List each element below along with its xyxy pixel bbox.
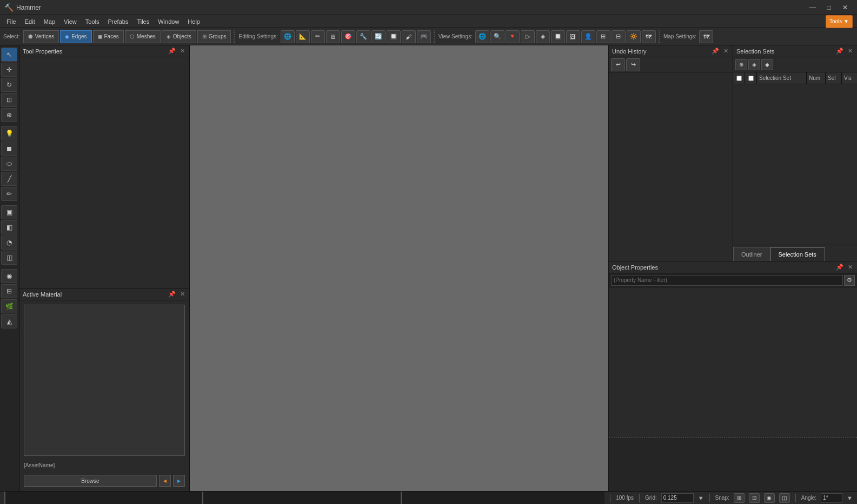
undo-history-title: Undo History	[612, 48, 708, 55]
undo-button[interactable]: ↩	[611, 58, 625, 71]
undo-history-close-button[interactable]: ✕	[722, 48, 729, 55]
tool-move[interactable]: ✛	[1, 63, 17, 77]
ss-header-check-1[interactable]	[736, 76, 742, 81]
view-btn-6[interactable]: 🔲	[551, 30, 565, 43]
minimize-button[interactable]: —	[805, 2, 820, 13]
select-vertices-button[interactable]: ⬟ Vertices	[23, 30, 59, 43]
view-btn-4[interactable]: ▷	[521, 30, 535, 43]
active-material-close-button[interactable]: ✕	[179, 291, 186, 298]
tool-paint[interactable]: ✏	[1, 187, 17, 201]
tool-props-close-button[interactable]: ✕	[179, 48, 186, 55]
grid-value-input[interactable]	[661, 493, 694, 503]
view-btn-8[interactable]: 👤	[581, 30, 595, 43]
view-btn-3[interactable]: 🔻	[506, 30, 520, 43]
obj-props-pin-button[interactable]: 📌	[835, 264, 845, 271]
tool-t5[interactable]: ◉	[1, 269, 17, 283]
select-faces-button[interactable]: ◼ Faces	[93, 30, 124, 43]
object-properties-filter: ⚙	[609, 273, 857, 287]
snap-btn-4[interactable]: ◫	[779, 493, 790, 503]
tool-add[interactable]: ⊕	[1, 108, 17, 122]
edit-btn-3[interactable]: ✏	[311, 30, 325, 43]
selection-sets-toolbar: ⊕ ◈ ◆	[733, 57, 857, 72]
tool-t1[interactable]: ▣	[1, 205, 17, 219]
viewport[interactable]	[190, 45, 608, 491]
timeline-area[interactable]	[4, 492, 604, 505]
undo-toolbar: ↩ ↪	[609, 57, 733, 72]
menu-help[interactable]: Help	[183, 16, 204, 28]
edit-btn-2[interactable]: 📐	[296, 30, 310, 43]
map-settings-btn[interactable]: 🗺	[699, 30, 713, 43]
tool-props-pin-button[interactable]: 📌	[167, 48, 177, 55]
tool-t4[interactable]: ◫	[1, 251, 17, 265]
ss-filter-button[interactable]: ◈	[748, 59, 760, 70]
snap-btn-3[interactable]: ◉	[764, 493, 775, 503]
edit-btn-10[interactable]: 🎮	[417, 30, 431, 43]
redo-button[interactable]: ↪	[626, 58, 640, 71]
tool-t2[interactable]: ◧	[1, 220, 17, 234]
material-arrow-right-btn[interactable]: ►	[173, 475, 185, 487]
selection-sets-close-button[interactable]: ✕	[847, 48, 854, 55]
tool-rotate[interactable]: ↻	[1, 78, 17, 92]
tool-ellipse[interactable]: ⬭	[1, 157, 17, 171]
close-button[interactable]: ✕	[838, 2, 853, 13]
maximize-button[interactable]: □	[821, 2, 836, 13]
view-btn-2[interactable]: 🔍	[490, 30, 504, 43]
tool-select[interactable]: ↖	[1, 48, 17, 62]
menu-map[interactable]: Map	[39, 16, 59, 28]
tool-clip[interactable]: ╱	[1, 172, 17, 186]
ss-check-col-1	[733, 72, 745, 84]
edit-btn-7[interactable]: 🔄	[371, 30, 386, 43]
menu-prefabs[interactable]: Prefabs	[103, 16, 132, 28]
view-btn-12[interactable]: 🗺	[642, 30, 656, 43]
menu-view[interactable]: View	[59, 16, 81, 28]
view-btn-11[interactable]: 🔆	[627, 30, 641, 43]
view-btn-7[interactable]: 🖼	[566, 30, 580, 43]
tool-scale[interactable]: ⊡	[1, 93, 17, 107]
selection-sets-pin-button[interactable]: 📌	[835, 48, 845, 55]
select-groups-button[interactable]: ⊞ Groups	[197, 30, 231, 43]
tool-t3[interactable]: ◔	[1, 236, 17, 250]
select-objects-button[interactable]: ◈ Objects	[162, 30, 196, 43]
active-material-pin-button[interactable]: 📌	[167, 291, 177, 298]
tools-dropdown-button[interactable]: Tools ▼	[826, 15, 853, 28]
snap-btn-1[interactable]: ⊞	[734, 493, 745, 503]
select-edges-button[interactable]: ◆ Edges	[60, 30, 91, 43]
snap-btn-2[interactable]: ⊡	[749, 493, 760, 503]
edit-btn-9[interactable]: 🖌	[402, 30, 416, 43]
menu-tools[interactable]: Tools	[81, 16, 104, 28]
menu-window[interactable]: Window	[154, 16, 183, 28]
tool-block[interactable]: ◼	[1, 142, 17, 156]
edit-btn-8[interactable]: 🔲	[387, 30, 401, 43]
material-arrow-left-btn[interactable]: ◄	[159, 475, 171, 487]
edit-btn-6[interactable]: 🔧	[356, 30, 370, 43]
menu-file[interactable]: File	[2, 16, 21, 28]
select-meshes-button[interactable]: ⬡ Meshes	[125, 30, 161, 43]
browse-button[interactable]: Browse	[24, 475, 157, 487]
grid-dropdown-icon[interactable]: ▼	[698, 495, 704, 501]
ss-add-button[interactable]: ⊕	[735, 59, 747, 70]
ss-delete-button[interactable]: ◆	[761, 59, 773, 70]
tab-outliner[interactable]: Outliner	[733, 247, 770, 261]
menu-tiles[interactable]: Tiles	[132, 16, 154, 28]
tool-t6[interactable]: ⊟	[1, 284, 17, 298]
view-btn-9[interactable]: ⊞	[596, 30, 610, 43]
ss-header-check-2[interactable]	[748, 76, 754, 81]
edit-btn-1[interactable]: 🌐	[281, 30, 295, 43]
view-btn-5[interactable]: ◈	[536, 30, 550, 43]
edit-btn-5[interactable]: 🎯	[341, 30, 355, 43]
view-btn-1[interactable]: 🌐	[475, 30, 489, 43]
tool-t7[interactable]: 🌿	[1, 299, 17, 313]
angle-dropdown-icon[interactable]: ▼	[847, 495, 853, 501]
edit-btn-4[interactable]: 🖥	[326, 30, 340, 43]
view-btn-10[interactable]: ⊟	[612, 30, 626, 43]
top-right-row: Undo History 📌 ✕ ↩ ↪ Selection Sets 📌 ✕	[609, 45, 857, 261]
property-filter-input[interactable]	[611, 275, 843, 286]
angle-value-input[interactable]	[821, 493, 842, 503]
filter-gear-button[interactable]: ⚙	[844, 275, 855, 286]
menu-edit[interactable]: Edit	[21, 16, 39, 28]
undo-history-pin-button[interactable]: 📌	[710, 48, 720, 55]
obj-props-close-button[interactable]: ✕	[847, 264, 854, 271]
tab-selection-sets[interactable]: Selection Sets	[770, 247, 825, 261]
tool-t8[interactable]: ◭	[1, 314, 17, 328]
tool-light[interactable]: 💡	[1, 126, 17, 140]
